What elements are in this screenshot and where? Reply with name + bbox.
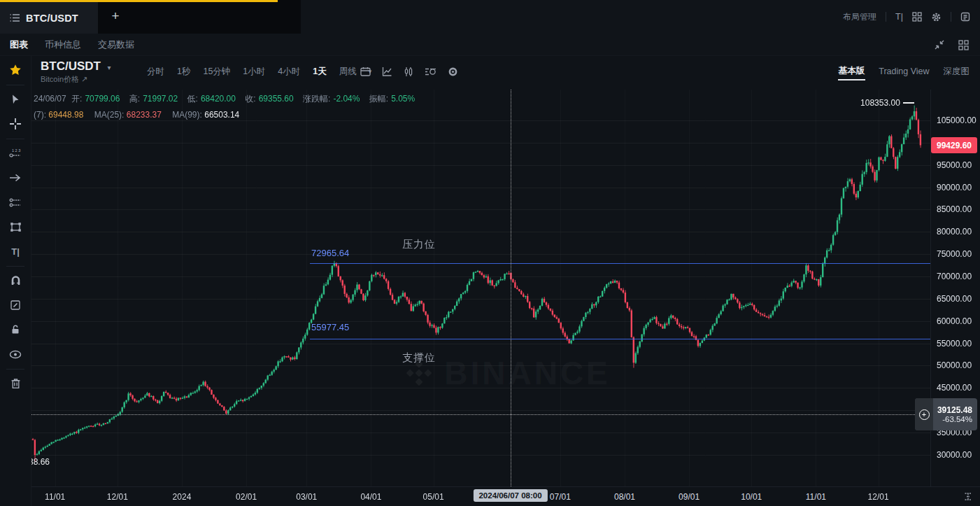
drawing-tools-sidebar: 1 2 3 T|: [0, 56, 31, 506]
low-price-annotation: 38.66: [31, 457, 50, 467]
y-axis-tick: 85000.00: [937, 204, 972, 214]
symbol-selector[interactable]: BTC/USDT ▾ Bitcoin价格 ↗: [41, 59, 111, 85]
y-axis-tick: 80000.00: [937, 227, 972, 237]
shape-rect-icon[interactable]: [5, 216, 26, 237]
y-axis-tick: 60000.00: [937, 316, 972, 326]
x-axis-tick: 02/01: [236, 492, 257, 502]
divider: [6, 85, 24, 85]
timeframe-周线[interactable]: 周线: [334, 63, 362, 80]
peak-price-annotation: 108353.00: [860, 98, 914, 108]
y-axis-tick: 95000.00: [937, 160, 972, 170]
x-axis-tick: 09/01: [679, 492, 700, 502]
new-tab-button[interactable]: +: [105, 6, 126, 27]
x-axis-tick: 10/01: [741, 492, 762, 502]
chart-settings-gear-icon[interactable]: [448, 66, 458, 77]
legend-date: 24/06/07: [34, 94, 66, 104]
crosshair-price-tooltip: + 39125.48 -63.54%: [915, 398, 977, 430]
crosshair-icon[interactable]: [5, 113, 26, 134]
indicators-icon[interactable]: [425, 67, 436, 76]
collapse-icon[interactable]: [935, 40, 944, 50]
text-tool-icon[interactable]: T|: [895, 12, 903, 22]
chevron-down-icon: ▾: [107, 64, 111, 71]
candlestick-style-icon[interactable]: [404, 66, 413, 77]
favorites-star-icon[interactable]: [5, 59, 26, 80]
y-axis-tick: 105000.00: [937, 115, 977, 125]
x-axis-tick: 12/01: [107, 492, 128, 502]
candlestick-canvas[interactable]: [31, 90, 930, 486]
grid-layout-icon[interactable]: [912, 12, 922, 22]
divider: [6, 139, 24, 139]
open-value: 70799.06: [85, 94, 120, 104]
crosshair-price: 39125.48: [933, 405, 972, 415]
timeframe-分时[interactable]: 分时: [142, 63, 169, 80]
resistance-name-label: 压力位: [402, 238, 436, 251]
tab-btc-usdt[interactable]: BTC/USDT: [0, 2, 98, 34]
timeframe-1天[interactable]: 1天: [308, 63, 331, 80]
settings-gear-icon[interactable]: [931, 12, 942, 22]
calendar-icon[interactable]: [360, 66, 371, 76]
crosshair-time-badge: 2024/06/07 08:00: [473, 489, 547, 502]
ma-legend: (7): 69448.98 MA(25): 68233.37 MA(99): 6…: [34, 110, 239, 120]
view-depth[interactable]: 深度图: [943, 64, 971, 80]
high-value: 71997.02: [143, 94, 178, 104]
layout-manager-button[interactable]: 布局管理: [843, 11, 876, 23]
y-axis-tick: 30000.00: [937, 450, 972, 460]
close-value: 69355.60: [259, 94, 294, 104]
y-axis-tick: 70000.00: [937, 272, 972, 281]
symbol-name: BTC/USDT: [41, 59, 101, 73]
timeframe-15分钟[interactable]: 15分钟: [198, 63, 235, 80]
magnet-icon[interactable]: [5, 270, 26, 291]
y-axis-tick: 65000.00: [937, 294, 972, 304]
support-line[interactable]: [310, 339, 930, 339]
support-price-label: 55977.45: [311, 322, 349, 332]
y-axis-tick: 55000.00: [937, 339, 972, 349]
trash-icon[interactable]: [5, 373, 26, 394]
resistance-line[interactable]: [310, 263, 930, 264]
x-axis-tick: 12/01: [868, 492, 889, 502]
widgets-grid-icon[interactable]: [958, 40, 969, 50]
chart-header: BTC/USDT ▾ Bitcoin价格 ↗ 分时1秒15分钟1小时4小时1天周…: [31, 56, 980, 90]
trading-app-window: BTC/USDT + 布局管理 T| 图表 币种信息 交易数据: [0, 0, 980, 506]
timeframe-1秒[interactable]: 1秒: [172, 63, 195, 80]
divider: [6, 369, 24, 370]
fib-retracement-icon[interactable]: [5, 192, 26, 213]
tab-coin-info[interactable]: 币种信息: [45, 38, 81, 51]
crosshair-horizontal-line: [31, 414, 930, 415]
chart-nav-bar: 图表 币种信息 交易数据: [0, 34, 980, 56]
divider: [886, 12, 886, 22]
resistance-price-label: 72965.64: [311, 248, 349, 258]
x-axis-tick: 11/01: [45, 492, 65, 502]
tab-trading-data[interactable]: 交易数据: [98, 38, 134, 51]
ma25-value: 68233.37: [127, 110, 162, 120]
time-axis[interactable]: 2024/06/07 08:00 11/0112/01202402/0103/0…: [31, 486, 980, 506]
chart-plot-area[interactable]: BINANCE 72965.64 压力位 55977.45 支撑位 108353…: [31, 90, 930, 486]
draw-pencil-icon[interactable]: [5, 295, 26, 316]
view-basic[interactable]: 基本版: [838, 63, 866, 80]
text-tool-icon[interactable]: T|: [5, 241, 26, 262]
support-name-label: 支撑位: [402, 351, 436, 365]
time-axis-settings-icon[interactable]: [963, 492, 973, 501]
tab-chart[interactable]: 图表: [10, 38, 28, 51]
timeframe-1小时[interactable]: 1小时: [238, 63, 270, 80]
last-price-badge: 99429.60: [931, 137, 977, 153]
list-icon: [10, 13, 20, 22]
crosshair-change: -63.54%: [933, 415, 972, 423]
y-axis-tick: 50000.00: [937, 360, 972, 370]
measure-123-icon[interactable]: 1 2 3: [5, 143, 26, 164]
news-panel-icon[interactable]: [960, 12, 970, 22]
x-axis-tick: 11/01: [806, 492, 826, 502]
divider: [6, 266, 24, 267]
cursor-icon[interactable]: [5, 89, 26, 110]
low-value: 68420.00: [201, 94, 236, 104]
x-axis-tick: 07/01: [550, 492, 571, 502]
change-value: -2.04%: [333, 94, 360, 104]
x-axis-tick: 05/01: [423, 492, 444, 502]
view-tradingview[interactable]: Trading View: [878, 64, 930, 78]
lock-icon[interactable]: [5, 319, 26, 340]
chart-style-icon[interactable]: [382, 66, 392, 76]
timeframe-4小时[interactable]: 4小时: [273, 63, 305, 80]
y-axis-tick: 75000.00: [937, 249, 972, 259]
visibility-eye-icon[interactable]: [5, 344, 26, 365]
add-alert-icon[interactable]: +: [919, 409, 930, 420]
arrow-icon[interactable]: [5, 167, 26, 188]
